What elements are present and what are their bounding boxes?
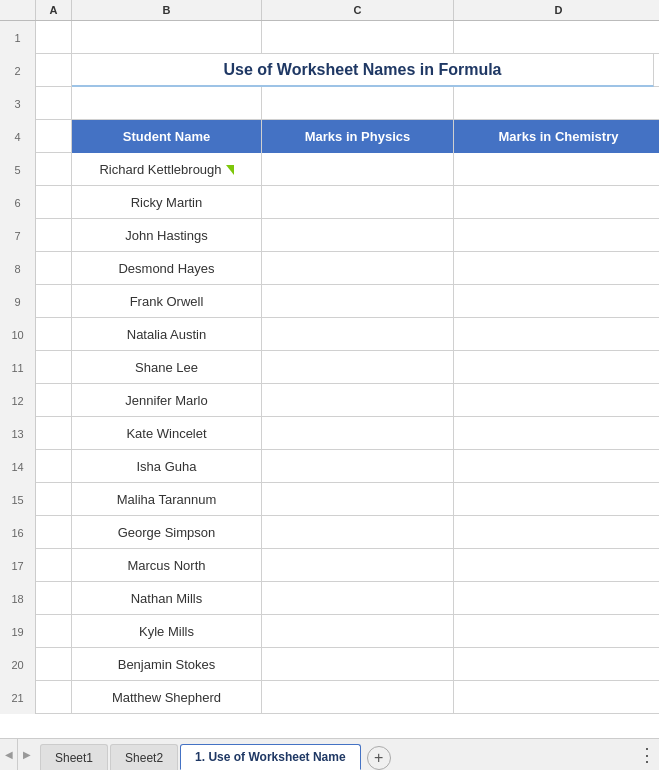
cell-d5[interactable] <box>454 153 659 186</box>
sheet-tab-sheet2[interactable]: Sheet2 <box>110 744 178 770</box>
student-name-13[interactable]: Kate Wincelet <box>72 417 262 450</box>
cell-d7[interactable] <box>454 219 659 252</box>
col-header-a[interactable]: A <box>36 0 72 20</box>
cell-d16[interactable] <box>454 516 659 549</box>
student-name-8[interactable]: Desmond Hayes <box>72 252 262 285</box>
cell-a20[interactable] <box>36 648 72 681</box>
cell-a18[interactable] <box>36 582 72 615</box>
add-sheet-button[interactable]: + <box>367 746 391 770</box>
cell-d1[interactable] <box>454 21 659 54</box>
cell-c21[interactable] <box>262 681 454 714</box>
cell-d10[interactable] <box>454 318 659 351</box>
cell-c19[interactable] <box>262 615 454 648</box>
cell-d19[interactable] <box>454 615 659 648</box>
row-number: 13 <box>0 417 36 450</box>
student-name-9[interactable]: Frank Orwell <box>72 285 262 318</box>
cell-a5[interactable] <box>36 153 72 186</box>
more-options-button[interactable]: ⋮ <box>635 739 659 770</box>
cell-d17[interactable] <box>454 549 659 582</box>
row-number: 18 <box>0 582 36 615</box>
cell-a17[interactable] <box>36 549 72 582</box>
row-number: 12 <box>0 384 36 417</box>
cell-d13[interactable] <box>454 417 659 450</box>
cell-c7[interactable] <box>262 219 454 252</box>
student-name-20[interactable]: Benjamin Stokes <box>72 648 262 681</box>
student-name-7[interactable]: John Hastings <box>72 219 262 252</box>
student-name-5[interactable]: Richard Kettlebrough <box>72 153 262 186</box>
cell-c5[interactable] <box>262 153 454 186</box>
cell-d9[interactable] <box>454 285 659 318</box>
col-header-b[interactable]: B <box>72 0 262 20</box>
cell-a15[interactable] <box>36 483 72 516</box>
student-name-21[interactable]: Matthew Shepherd <box>72 681 262 714</box>
table-row: 16 George Simpson <box>0 516 659 549</box>
cell-b1[interactable] <box>72 21 262 54</box>
student-name-10[interactable]: Natalia Austin <box>72 318 262 351</box>
cell-c20[interactable] <box>262 648 454 681</box>
student-name-15[interactable]: Maliha Tarannum <box>72 483 262 516</box>
cell-d15[interactable] <box>454 483 659 516</box>
cell-d12[interactable] <box>454 384 659 417</box>
cell-d14[interactable] <box>454 450 659 483</box>
row-number: 21 <box>0 681 36 714</box>
sheet-tab-active[interactable]: 1. Use of Worksheet Name <box>180 744 361 770</box>
cell-d18[interactable] <box>454 582 659 615</box>
sheet-tab-sheet1[interactable]: Sheet1 <box>40 744 108 770</box>
cell-d3[interactable] <box>454 87 659 120</box>
cell-c11[interactable] <box>262 351 454 384</box>
cell-a7[interactable] <box>36 219 72 252</box>
cell-b3[interactable] <box>72 87 262 120</box>
cell-c16[interactable] <box>262 516 454 549</box>
row-number: 2 <box>0 54 36 87</box>
cell-d11[interactable] <box>454 351 659 384</box>
cell-c18[interactable] <box>262 582 454 615</box>
cell-c13[interactable] <box>262 417 454 450</box>
student-name-14[interactable]: Isha Guha <box>72 450 262 483</box>
student-name-11[interactable]: Shane Lee <box>72 351 262 384</box>
cell-a8[interactable] <box>36 252 72 285</box>
student-name-17[interactable]: Marcus North <box>72 549 262 582</box>
table-row: 13 Kate Wincelet <box>0 417 659 450</box>
student-name-16[interactable]: George Simpson <box>72 516 262 549</box>
cell-a9[interactable] <box>36 285 72 318</box>
cell-d6[interactable] <box>454 186 659 219</box>
cell-c6[interactable] <box>262 186 454 219</box>
cell-d21[interactable] <box>454 681 659 714</box>
cell-a1[interactable] <box>36 21 72 54</box>
student-name-19[interactable]: Kyle Mills <box>72 615 262 648</box>
cell-a2[interactable] <box>36 54 72 87</box>
scroll-left-button[interactable]: ◀ <box>0 739 18 770</box>
cell-a3[interactable] <box>36 87 72 120</box>
cell-a16[interactable] <box>36 516 72 549</box>
cell-c12[interactable] <box>262 384 454 417</box>
cell-d8[interactable] <box>454 252 659 285</box>
cell-a11[interactable] <box>36 351 72 384</box>
col-header-c[interactable]: C <box>262 0 454 20</box>
student-name-12[interactable]: Jennifer Marlo <box>72 384 262 417</box>
cell-a10[interactable] <box>36 318 72 351</box>
table-row: 10 Natalia Austin <box>0 318 659 351</box>
table-row: 17 Marcus North <box>0 549 659 582</box>
cell-c8[interactable] <box>262 252 454 285</box>
cell-c17[interactable] <box>262 549 454 582</box>
table-row: 7 John Hastings <box>0 219 659 252</box>
cell-a19[interactable] <box>36 615 72 648</box>
cell-c3[interactable] <box>262 87 454 120</box>
cell-a12[interactable] <box>36 384 72 417</box>
scroll-right-button[interactable]: ▶ <box>18 739 36 770</box>
col-header-d[interactable]: D <box>454 0 659 20</box>
cell-c15[interactable] <box>262 483 454 516</box>
cell-a4[interactable] <box>36 120 72 153</box>
cell-a6[interactable] <box>36 186 72 219</box>
cell-c14[interactable] <box>262 450 454 483</box>
row-number: 8 <box>0 252 36 285</box>
cell-c10[interactable] <box>262 318 454 351</box>
student-name-18[interactable]: Nathan Mills <box>72 582 262 615</box>
cell-a13[interactable] <box>36 417 72 450</box>
student-name-6[interactable]: Ricky Martin <box>72 186 262 219</box>
cell-c9[interactable] <box>262 285 454 318</box>
cell-a14[interactable] <box>36 450 72 483</box>
cell-c1[interactable] <box>262 21 454 54</box>
cell-a21[interactable] <box>36 681 72 714</box>
cell-d20[interactable] <box>454 648 659 681</box>
